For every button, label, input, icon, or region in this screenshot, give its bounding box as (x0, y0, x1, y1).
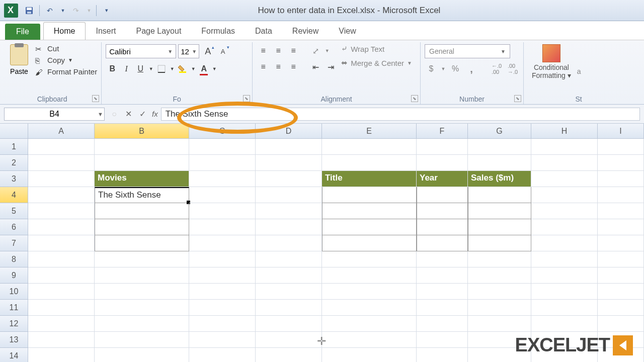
cell-H12[interactable] (531, 316, 598, 332)
cell-B6[interactable] (95, 219, 189, 235)
undo-button[interactable]: ↶ (44, 5, 56, 17)
cell-A12[interactable] (28, 316, 95, 332)
cell-H10[interactable] (531, 284, 598, 300)
comma-button[interactable]: , (465, 62, 478, 75)
cell-E5[interactable] (322, 203, 417, 219)
col-header-G[interactable]: G (468, 124, 531, 139)
cell-G8[interactable] (468, 251, 531, 267)
cell-A11[interactable] (28, 300, 95, 316)
cell-I7[interactable] (598, 235, 644, 251)
italic-button[interactable]: I (120, 62, 133, 75)
cell-I1[interactable] (598, 139, 644, 155)
cell-F12[interactable] (417, 316, 468, 332)
align-left-button[interactable]: ≡ (257, 60, 270, 73)
cell-D4[interactable] (256, 187, 322, 203)
currency-dropdown[interactable]: ▼ (441, 62, 446, 75)
cell-H11[interactable] (531, 300, 598, 316)
cell-H8[interactable] (531, 251, 598, 267)
cell-C13[interactable] (189, 332, 256, 348)
tab-data[interactable]: Data (245, 23, 282, 40)
cell-E2[interactable] (322, 155, 417, 171)
name-box-dropdown[interactable]: ○ (108, 108, 121, 121)
cell-A13[interactable] (28, 332, 95, 348)
row-header-5[interactable]: 5 (0, 203, 28, 219)
cell-F3[interactable]: Year (417, 171, 468, 187)
cell-F13[interactable] (417, 332, 468, 348)
orientation-button[interactable]: ⤢ (309, 44, 322, 57)
save-button[interactable] (23, 5, 35, 17)
cell-C8[interactable] (189, 251, 256, 267)
cell-B1[interactable] (95, 139, 189, 155)
cell-F1[interactable] (417, 139, 468, 155)
currency-button[interactable]: $ (425, 62, 438, 75)
increase-indent-button[interactable]: ⇥ (324, 60, 337, 73)
cell-B4[interactable]: The Sixth Sense (95, 187, 189, 203)
row-header-2[interactable]: 2 (0, 155, 28, 171)
select-all-corner[interactable] (0, 124, 28, 139)
merge-center-button[interactable]: ⬌ Merge & Center ▼ (341, 58, 412, 67)
cell-A8[interactable] (28, 251, 95, 267)
font-launcher[interactable]: ⬊ (243, 95, 250, 102)
cell-C1[interactable] (189, 139, 256, 155)
cell-C9[interactable] (189, 267, 256, 284)
cell-G4[interactable] (468, 187, 531, 203)
cell-F14[interactable] (417, 348, 468, 362)
fill-color-button[interactable] (176, 62, 189, 75)
cell-E13[interactable] (322, 332, 417, 348)
cell-I9[interactable] (598, 267, 644, 284)
align-bottom-button[interactable]: ≡ (287, 44, 300, 57)
cell-A7[interactable] (28, 235, 95, 251)
cell-G11[interactable] (468, 300, 531, 316)
cell-A3[interactable] (28, 171, 95, 187)
cell-B2[interactable] (95, 155, 189, 171)
number-launcher[interactable]: ⬊ (514, 95, 521, 102)
tab-insert[interactable]: Insert (86, 23, 126, 40)
align-top-button[interactable]: ≡ (257, 44, 270, 57)
cell-D12[interactable] (256, 316, 322, 332)
cell-I3[interactable] (598, 171, 644, 187)
cell-E8[interactable] (322, 251, 417, 267)
cell-B11[interactable] (95, 300, 189, 316)
cell-D1[interactable] (256, 139, 322, 155)
cell-C3[interactable] (189, 171, 256, 187)
cell-C7[interactable] (189, 235, 256, 251)
cell-B10[interactable] (95, 284, 189, 300)
tab-page-layout[interactable]: Page Layout (126, 23, 191, 40)
cell-F2[interactable] (417, 155, 468, 171)
cell-F4[interactable] (417, 187, 468, 203)
cell-B8[interactable] (95, 251, 189, 267)
redo-dropdown[interactable]: ▼ (86, 5, 92, 17)
cell-G1[interactable] (468, 139, 531, 155)
cell-E10[interactable] (322, 284, 417, 300)
col-header-I[interactable]: I (598, 124, 644, 139)
increase-decimal-button[interactable]: ←.0.00 (490, 62, 503, 75)
copy-button[interactable]: ⎘ Copy ▼ (35, 56, 97, 64)
redo-button[interactable]: ↷ (70, 5, 82, 17)
cell-F7[interactable] (417, 235, 468, 251)
cell-H9[interactable] (531, 267, 598, 284)
row-header-6[interactable]: 6 (0, 219, 28, 235)
decrease-indent-button[interactable]: ⇤ (309, 60, 322, 73)
cell-A9[interactable] (28, 267, 95, 284)
cell-H5[interactable] (531, 203, 598, 219)
row-header-3[interactable]: 3 (0, 171, 28, 187)
cut-button[interactable]: ✂ Cut (35, 44, 97, 53)
alignment-launcher[interactable]: ⬊ (411, 95, 418, 102)
tab-view[interactable]: View (329, 23, 366, 40)
cell-D3[interactable] (256, 171, 322, 187)
grow-font-button[interactable]: A▴ (201, 45, 214, 58)
cell-G3[interactable]: Sales ($m) (468, 171, 531, 187)
cell-C10[interactable] (189, 284, 256, 300)
tab-home[interactable]: Home (43, 22, 86, 40)
border-button[interactable] (155, 62, 168, 75)
cell-D5[interactable] (256, 203, 322, 219)
conditional-formatting-button[interactable]: Conditional Formatting ▾ (528, 42, 575, 81)
cell-D11[interactable] (256, 300, 322, 316)
col-header-A[interactable]: A (28, 124, 95, 139)
cell-E7[interactable] (322, 235, 417, 251)
align-center-button[interactable]: ≡ (272, 60, 285, 73)
format-painter-button[interactable]: 🖌 Format Painter (35, 67, 97, 76)
cell-G6[interactable] (468, 219, 531, 235)
row-header-7[interactable]: 7 (0, 235, 28, 251)
cell-B7[interactable] (95, 235, 189, 251)
